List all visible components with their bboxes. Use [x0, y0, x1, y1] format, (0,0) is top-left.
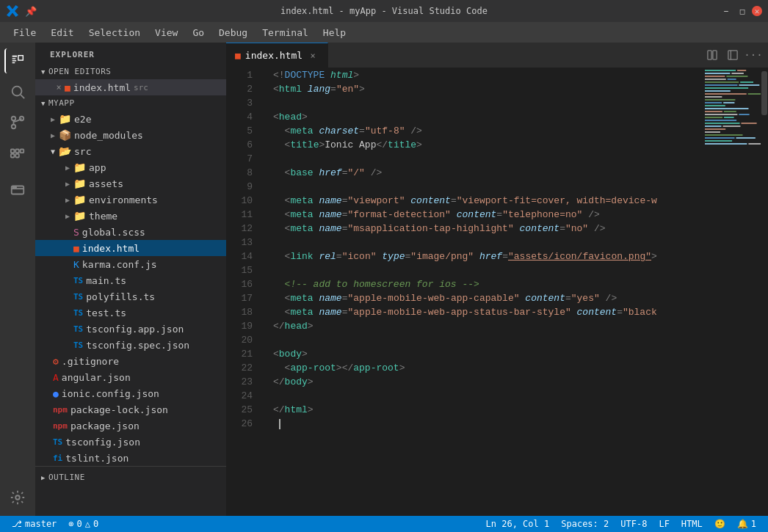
- line-num-3: 3: [226, 96, 253, 110]
- tree-item-src[interactable]: ▼ 📂 src: [35, 143, 226, 159]
- status-right: Ln 26, Col 1 Spaces: 2 UTF-8 LF HTML 🙂 🔔…: [480, 516, 762, 532]
- error-icon: ⊗: [68, 519, 73, 529]
- menu-debug[interactable]: Debug: [211, 24, 255, 41]
- section-arrow-outline: ▶: [41, 474, 46, 481]
- line-num-1: 1: [226, 68, 253, 82]
- tree-item-polyfills-ts[interactable]: TS polyfills.ts: [35, 288, 226, 305]
- warning-icon: △: [85, 519, 90, 529]
- tree-item-tslint-json[interactable]: fi tslint.json: [35, 450, 226, 466]
- status-branch[interactable]: ⎇ master: [6, 516, 62, 532]
- file-label-global-scss: global.scss: [82, 227, 145, 238]
- tree-item-angular-json[interactable]: A angular.json: [35, 369, 226, 385]
- title-bar-left: 📌: [6, 4, 37, 18]
- html-file-icon: ■: [65, 82, 70, 93]
- status-errors[interactable]: ⊗ 0 △ 0: [62, 516, 104, 532]
- folder-label-assets: assets: [89, 178, 123, 189]
- editor-tab-index-html[interactable]: ■ index.html ×: [226, 43, 328, 68]
- tslint-file-icon: fi: [53, 453, 62, 463]
- maximize-button[interactable]: □: [736, 4, 749, 18]
- tab-close-button[interactable]: ×: [307, 50, 319, 62]
- code-editor[interactable]: 1 2 3 4 5 6 7 8 9 10 11 12 13 14 15 16 1…: [226, 68, 768, 516]
- pin-icon[interactable]: 📌: [25, 6, 37, 17]
- code-line-3: [273, 96, 702, 110]
- svg-point-8: [12, 125, 16, 129]
- status-language[interactable]: HTML: [675, 516, 709, 532]
- menu-go[interactable]: Go: [185, 24, 211, 41]
- code-line-14: <link rel="icon" type="image/png" href="…: [273, 249, 702, 263]
- minimize-button[interactable]: −: [720, 4, 733, 18]
- open-editors-section[interactable]: ▼ OPEN EDITORS: [35, 64, 226, 79]
- tree-item-package-json[interactable]: npm package.json: [35, 418, 226, 434]
- tree-item-tsconfig-spec[interactable]: TS tsconfig.spec.json: [35, 337, 226, 353]
- activity-remote-icon[interactable]: [5, 178, 30, 203]
- myapp-label: MYAPP: [48, 98, 75, 108]
- menu-view[interactable]: View: [148, 24, 185, 41]
- tree-item-environments[interactable]: ▶ 📁 environments: [35, 192, 226, 208]
- menu-file[interactable]: File: [6, 24, 43, 41]
- file-label-package-lock: package-lock.json: [70, 404, 168, 415]
- tab-filename: index.html: [245, 50, 303, 61]
- myapp-section[interactable]: ▼ MYAPP: [35, 95, 226, 111]
- code-line-4: <head>: [273, 110, 702, 124]
- folder-label-src: src: [74, 146, 91, 157]
- activity-search-icon[interactable]: [5, 79, 30, 104]
- tree-item-main-ts[interactable]: TS main.ts: [35, 272, 226, 288]
- line-num-6: 6: [226, 138, 253, 152]
- folder-icon-theme: 📁: [73, 210, 86, 222]
- tree-item-tsconfig-json[interactable]: TS tsconfig.json: [35, 434, 226, 450]
- menu-selection[interactable]: Selection: [81, 24, 148, 41]
- git-file-icon: ⚙: [53, 356, 59, 367]
- toggle-sidebar-button[interactable]: [724, 46, 742, 64]
- split-editor-button[interactable]: [703, 46, 721, 64]
- menu-help[interactable]: Help: [316, 24, 353, 41]
- activity-settings-icon[interactable]: [5, 485, 30, 510]
- status-bell[interactable]: 🔔 1: [731, 516, 762, 532]
- scrollbar-thumb[interactable]: [761, 71, 767, 115]
- outline-section-header[interactable]: ▶ OUTLINE: [35, 470, 226, 485]
- folder-label-app: app: [89, 162, 106, 173]
- ts-file-icon-tsconfig: TS: [53, 437, 62, 447]
- svg-rect-1: [12, 58, 16, 59]
- menu-edit[interactable]: Edit: [43, 24, 81, 41]
- code-line-26: [273, 417, 702, 431]
- tree-item-app[interactable]: ▶ 📁 app: [35, 159, 226, 175]
- tree-item-e2e[interactable]: ▶ 📁 e2e: [35, 111, 226, 127]
- file-label-package-json: package.json: [70, 420, 140, 431]
- menu-terminal[interactable]: Terminal: [255, 24, 316, 41]
- tree-item-test-ts[interactable]: TS test.ts: [35, 305, 226, 321]
- status-encoding[interactable]: UTF-8: [615, 516, 653, 532]
- status-position[interactable]: Ln 26, Col 1: [480, 516, 556, 532]
- tree-item-global-scss[interactable]: S global.scss: [35, 224, 226, 240]
- line-num-5: 5: [226, 124, 253, 138]
- tree-item-assets[interactable]: ▶ 📁 assets: [35, 175, 226, 192]
- tree-item-karma-conf[interactable]: K karma.conf.js: [35, 256, 226, 272]
- open-editor-filename: index.html: [73, 82, 131, 93]
- line-num-8: 8: [226, 166, 253, 180]
- tree-item-node-modules[interactable]: ▶ 📦 node_modules: [35, 127, 226, 143]
- open-editor-index-html[interactable]: × ■ index.html src: [35, 79, 226, 95]
- tree-item-index-html[interactable]: ■ index.html: [35, 240, 226, 256]
- activity-git-icon[interactable]: [5, 110, 30, 135]
- more-actions-button[interactable]: ···: [745, 46, 762, 64]
- code-line-16: <!-- add to homescreen for ios -->: [273, 277, 702, 291]
- svg-rect-3: [12, 62, 15, 63]
- svg-rect-21: [708, 51, 711, 59]
- svg-point-18: [13, 186, 15, 188]
- status-smiley[interactable]: 🙂: [709, 516, 731, 532]
- code-line-7: [273, 152, 702, 166]
- tree-item-theme[interactable]: ▶ 📁 theme: [35, 208, 226, 224]
- tree-item-tsconfig-app[interactable]: TS tsconfig.app.json: [35, 321, 226, 337]
- close-file-icon[interactable]: ×: [53, 82, 65, 92]
- status-spaces[interactable]: Spaces: 2: [555, 516, 615, 532]
- scrollbar[interactable]: [761, 68, 768, 516]
- code-content[interactable]: <!DOCTYPE html> <html lang="en"> <head> …: [261, 68, 702, 516]
- line-numbers: 1 2 3 4 5 6 7 8 9 10 11 12 13 14 15 16 1…: [226, 68, 261, 516]
- tree-item-package-lock[interactable]: npm package-lock.json: [35, 401, 226, 418]
- line-num-2: 2: [226, 82, 253, 96]
- close-button[interactable]: ✕: [752, 6, 762, 16]
- tree-item-gitignore[interactable]: ⚙ .gitignore: [35, 353, 226, 369]
- tree-item-ionic-config[interactable]: ● ionic.config.json: [35, 385, 226, 401]
- activity-explorer-icon[interactable]: [4, 48, 29, 73]
- status-line-ending[interactable]: LF: [653, 516, 675, 532]
- activity-extensions-icon[interactable]: [5, 141, 30, 166]
